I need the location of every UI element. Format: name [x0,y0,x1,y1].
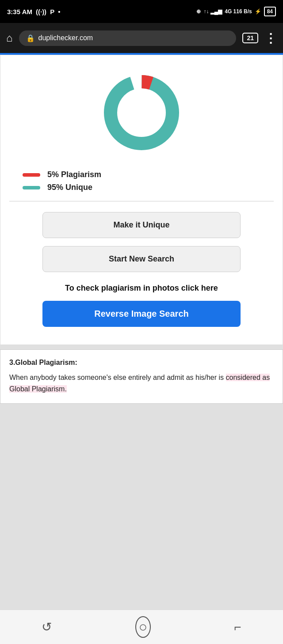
main-card: 5% Plagiarism 95% Unique Make it Unique … [0,55,283,345]
recent-apps-button[interactable]: ⌐ [234,620,241,634]
location-icon: ⊕ [196,8,201,15]
legend: 5% Plagiarism 95% Unique [9,170,274,192]
network-icon: ((·)) [36,8,46,15]
address-bar[interactable]: 🔒 duplichecker.com [19,30,237,46]
reverse-image-search-button[interactable]: Reverse Image Search [42,301,241,327]
lock-icon: 🔒 [26,34,35,42]
status-right: ⊕ ↑↓ ▂▄▆ 4G 116 B/s ⚡ 84 [196,7,276,16]
browser-menu[interactable]: ⋮ [264,31,277,45]
info-card-title: 3.Global Plagiarism: [9,359,274,367]
back-button[interactable]: ↺ [42,620,52,634]
charging-icon: ⚡ [255,8,261,15]
status-left: 3:35 AM ((·)) P • [7,8,60,15]
home-icon[interactable]: ⌂ [6,32,13,44]
tab-count[interactable]: 21 [242,33,258,43]
make-unique-button[interactable]: Make it Unique [42,212,241,238]
network-speed: 4G 116 B/s [225,8,252,15]
donut-green-segment [111,82,172,144]
legend-red-bar [23,173,40,177]
info-card: 3.Global Plagiarism: When anybody takes … [0,349,283,404]
info-body-text-start: When anybody takes someone's else entire… [9,374,226,381]
signal-strength: ↑↓ ▂▄▆ [203,8,222,15]
bottom-nav: ↺ ○ ⌐ [0,610,283,644]
url-text: duplichecker.com [38,34,229,42]
dot: • [58,8,60,15]
photo-check-text: To check plagiarism in photos click here [9,283,274,294]
battery-level: 84 [264,7,276,16]
unique-label: 95% Unique [47,183,92,192]
divider [9,201,274,201]
donut-chart-container [9,68,274,157]
status-bar: 3:35 AM ((·)) P • ⊕ ↑↓ ▂▄▆ 4G 116 B/s ⚡ … [0,0,283,23]
info-card-body: When anybody takes someone's else entire… [9,372,274,394]
p-icon: P [50,8,54,15]
start-new-search-button[interactable]: Start New Search [42,246,241,272]
home-button[interactable]: ○ [135,616,151,638]
donut-chart [97,68,186,157]
browser-chrome: ⌂ 🔒 duplichecker.com 21 ⋮ [0,23,283,53]
legend-row-unique: 95% Unique [23,183,92,192]
plagiarism-label: 5% Plagiarism [47,170,101,179]
time: 3:35 AM [7,8,32,15]
legend-green-bar [23,186,40,189]
legend-row-plagiarism: 5% Plagiarism [23,170,101,179]
